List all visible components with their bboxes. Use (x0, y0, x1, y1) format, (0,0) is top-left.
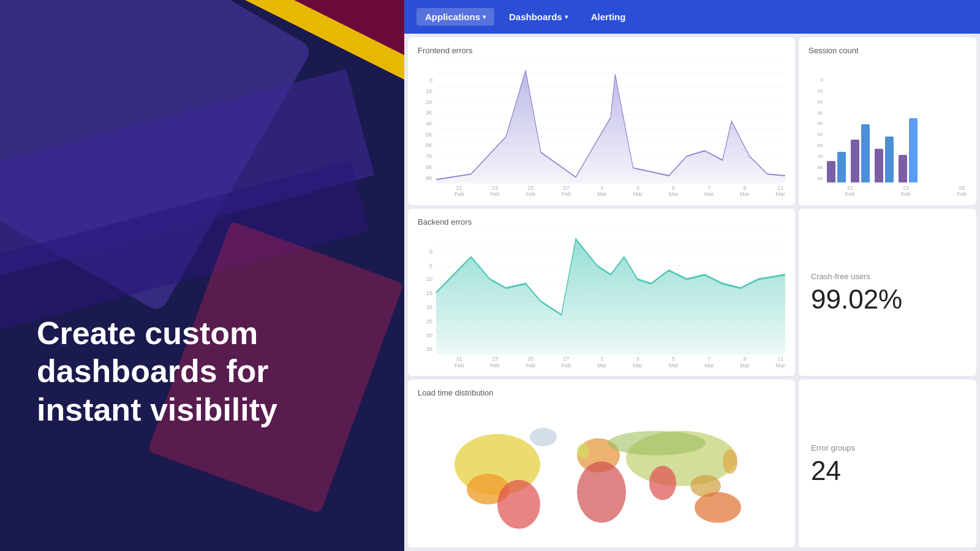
backend-errors-card: Backend errors 35 30 25 20 15 10 5 0 (408, 209, 795, 377)
error-groups-value: 24 (811, 457, 964, 484)
load-time-title: Load time distribution (418, 388, 785, 397)
backend-errors-title: Backend errors (418, 217, 785, 227)
bar-accent (909, 118, 918, 182)
session-count-card: Session count 9K 8K 7K 6K 5K 4K 3K 2K 1K… (799, 37, 976, 205)
svg-point-20 (577, 462, 626, 523)
frontend-errors-card: Frontend errors 9K 8K 7K 6K 5K 4K 3K 2K … (408, 37, 795, 205)
session-count-x-axis: 21Feb 23Feb 25Feb (827, 184, 967, 198)
left-panel: Create custom dashboards for instant vis… (0, 0, 404, 551)
crash-free-card: Crash-free users 99.02% (799, 209, 976, 377)
chevron-down-icon: ▾ (483, 13, 486, 20)
error-groups-card: Error groups 24 (799, 380, 976, 547)
bar-group-3 (875, 137, 894, 182)
navbar: Applications ▾ Dashboards ▾ Alerting (404, 0, 980, 34)
crash-free-label: Crash-free users (811, 272, 964, 281)
crash-free-value: 99.02% (811, 286, 964, 313)
svg-point-28 (723, 449, 737, 474)
svg-point-27 (577, 444, 589, 459)
chevron-down-icon: ▾ (565, 13, 568, 20)
frontend-errors-title: Frontend errors (418, 46, 785, 55)
bar-light (861, 124, 870, 182)
decor-triangle-dark (294, 0, 404, 55)
backend-errors-y-axis: 35 30 25 20 15 10 5 0 (418, 249, 435, 353)
nav-dashboards[interactable]: Dashboards ▾ (500, 8, 576, 26)
world-map (418, 401, 785, 541)
svg-point-26 (530, 428, 557, 446)
frontend-errors-x-axis: 21Feb 23Feb 25Feb 27Feb 1Mar 3Mar 5Mar 7… (436, 184, 785, 198)
bar-group-2 (851, 124, 870, 182)
backend-errors-chart (436, 230, 785, 355)
svg-point-22 (649, 466, 676, 500)
nav-applications[interactable]: Applications ▾ (417, 8, 494, 26)
svg-point-18 (497, 480, 540, 529)
frontend-errors-y-axis: 9K 8K 7K 6K 5K 4K 3K 2K 1K 0 (418, 77, 435, 181)
dashboard-grid: Frontend errors 9K 8K 7K 6K 5K 4K 3K 2K … (404, 34, 980, 551)
bar-dark (899, 155, 907, 182)
svg-point-24 (695, 492, 741, 523)
bar-light (885, 137, 894, 182)
frontend-errors-chart (436, 59, 785, 184)
hero-heading: Create custom dashboards for instant vis… (37, 314, 277, 429)
bar-group-4 (899, 118, 918, 182)
nav-alerting[interactable]: Alerting (582, 8, 635, 26)
bar-dark (875, 149, 883, 182)
right-panel: Applications ▾ Dashboards ▾ Alerting Fro… (404, 0, 980, 551)
session-count-y-axis: 9K 8K 7K 6K 5K 4K 3K 2K 1K 0 (809, 77, 826, 181)
bar-dark (827, 161, 835, 182)
session-count-title: Session count (809, 46, 967, 55)
backend-errors-x-axis: 21Feb 23Feb 25Feb 27Feb 1Mar 3Mar 5Mar 7… (436, 354, 785, 369)
bar-group-1 (827, 152, 846, 182)
bar-dark (851, 140, 859, 182)
svg-point-25 (608, 431, 706, 455)
load-time-card: Load time distribution (408, 380, 795, 547)
bar-light (837, 152, 846, 182)
error-groups-label: Error groups (811, 443, 964, 452)
